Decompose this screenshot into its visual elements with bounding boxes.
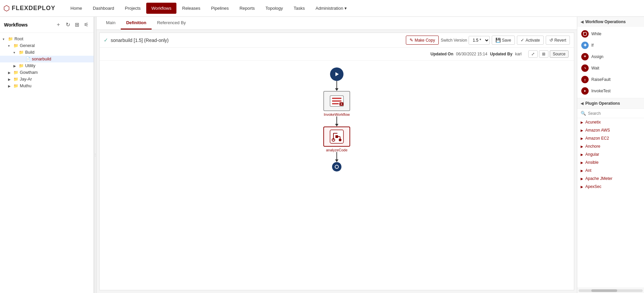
op-item-wait[interactable]: Wait: [577, 62, 644, 74]
tree-label-utility: Utility: [25, 63, 36, 68]
arrow-3: [335, 152, 338, 162]
plugin-name-ant: Ant: [585, 168, 591, 173]
arrow-1: [335, 81, 338, 91]
content-area: Main Definition Referenced By ✓ sonarbui…: [97, 17, 577, 293]
op-item-assign[interactable]: Assign: [577, 51, 644, 62]
tree-item-build[interactable]: ▾ 📁 Build: [0, 49, 94, 56]
main-layout: Workflows ＋ ↻ ⊞ ⚟ ▾ 📁 Root ▾ 📁 General ▾…: [0, 17, 644, 293]
workflow-title-area: ✓ sonarbuild [1.5] (Read-only): [104, 37, 403, 43]
op-invoke-test-label: InvokeTest: [591, 89, 610, 93]
nav-item-home[interactable]: Home: [65, 3, 87, 14]
plugin-item-apache-jmeter[interactable]: ▶ Apache JMeter: [577, 175, 644, 183]
refresh-button[interactable]: ↻: [65, 20, 71, 29]
tree-item-sonarbuild[interactable]: 📄 sonarbuild: [0, 56, 94, 62]
collapse-icon: ◀: [581, 20, 583, 24]
chevron-down-icon: ▾: [344, 6, 347, 11]
op-item-if[interactable]: ✦ If: [577, 40, 644, 51]
svg-point-24: [585, 81, 585, 81]
plugin-item-apexsec[interactable]: ▶ ApexSec: [577, 183, 644, 191]
op-raise-fault-label: RaiseFault: [591, 77, 610, 82]
plugin-item-anchore[interactable]: ▶ Anchore: [577, 142, 644, 150]
plugin-arrow-icon: ▶: [581, 153, 583, 156]
activate-icon: ✓: [521, 38, 524, 43]
tab-bar: Main Definition Referenced By: [97, 17, 577, 30]
updated-by-value: karl: [515, 52, 522, 56]
right-panel-scrollbar[interactable]: [577, 288, 644, 293]
logo-text: FLEXDEPLOY: [12, 5, 55, 12]
tree-item-general[interactable]: ▾ 📁 General: [0, 42, 94, 49]
nav-item-topology[interactable]: Topology: [261, 3, 288, 14]
workflow-operations-title: Workflow Operations: [585, 19, 626, 24]
tree-item-jay-ar[interactable]: ▶ 📁 Jay-Ar: [0, 76, 94, 83]
plugin-name-amazon-ec2: Amazon EC2: [585, 136, 609, 141]
nav-item-dashboard[interactable]: Dashboard: [88, 3, 119, 14]
invoke-workflow-node[interactable]: InvokeWorkflow: [323, 91, 350, 116]
plugin-operations-title: Plugin Operations: [585, 101, 620, 106]
folder-icon: 📁: [13, 77, 18, 82]
add-workflow-button[interactable]: ＋: [55, 20, 62, 29]
tree-label-build: Build: [25, 50, 35, 55]
tab-referenced-by[interactable]: Referenced By: [152, 17, 191, 30]
save-icon: 💾: [495, 38, 501, 43]
op-assign-label: Assign: [591, 54, 603, 59]
op-item-invoke-test[interactable]: InvokeTest: [577, 85, 644, 97]
nav-item-releases[interactable]: Releases: [177, 3, 205, 14]
save-button[interactable]: 💾 Save: [492, 36, 515, 45]
grid-view-button[interactable]: ⊞: [74, 20, 80, 29]
workflow-title: sonarbuild [1.5] (Read-only): [111, 38, 169, 43]
analyze-code-label: analyzeCode: [326, 148, 347, 152]
activate-button[interactable]: ✓ Activate: [517, 36, 544, 45]
plugin-item-ant[interactable]: ▶ Ant: [577, 166, 644, 175]
tree-item-root[interactable]: ▾ 📁 Root: [0, 36, 94, 42]
plugin-search-input[interactable]: [588, 111, 641, 116]
top-navigation: ⬡ FLEXDEPLOY Home Dashboard Projects Wor…: [0, 0, 644, 17]
raise-fault-icon: [581, 76, 589, 83]
updated-on-value: 06/30/2022 15:14: [456, 52, 487, 56]
nav-item-tasks[interactable]: Tasks: [289, 3, 310, 14]
filter-button[interactable]: ⚟: [83, 20, 90, 29]
tree-toggle-gowtham: ▶: [8, 71, 13, 75]
start-node[interactable]: [330, 67, 343, 81]
tree-item-utility[interactable]: ▶ 📁 Utility: [0, 62, 94, 69]
plugin-item-acunetix[interactable]: ▶ Acunetix: [577, 118, 644, 126]
version-dropdown[interactable]: 1.5 *: [469, 36, 490, 45]
tab-definition[interactable]: Definition: [121, 17, 152, 30]
make-copy-button[interactable]: ✎ Make Copy: [406, 36, 439, 45]
plugin-name-angular: Angular: [585, 152, 599, 157]
nav-item-pipelines[interactable]: Pipelines: [206, 3, 234, 14]
nav-item-workflows[interactable]: Workflows: [146, 3, 176, 14]
plugin-item-ansible[interactable]: ▶ Ansible: [577, 158, 644, 166]
plugin-item-amazon-aws[interactable]: ▶ Amazon AWS: [577, 126, 644, 134]
plugin-operations-header: ◀ Plugin Operations: [577, 98, 644, 109]
source-button[interactable]: Source: [550, 50, 569, 58]
svg-rect-14: [335, 135, 338, 138]
analyze-code-node[interactable]: analyzeCode: [323, 127, 350, 152]
tree-item-gowtham[interactable]: ▶ 📁 Gowtham: [0, 69, 94, 76]
tree-item-muthu[interactable]: ▶ 📁 Muthu: [0, 83, 94, 89]
if-icon: ✦: [581, 42, 589, 49]
nav-item-reports[interactable]: Reports: [234, 3, 260, 14]
tree-toggle-build: ▾: [13, 51, 19, 54]
nav-item-projects[interactable]: Projects: [120, 3, 146, 14]
scrollbar-track: [579, 289, 643, 292]
end-node[interactable]: [332, 162, 341, 172]
op-item-while[interactable]: While: [577, 28, 644, 40]
workflow-diagram: InvokeWorkflow: [100, 61, 574, 290]
tree-label-sonarbuild: sonarbuild: [32, 57, 51, 61]
invoke-workflow-box: [323, 91, 350, 111]
canvas-tool-button-2[interactable]: ⊞: [539, 50, 548, 58]
canvas-tool-button-1[interactable]: ⤢: [528, 50, 538, 58]
folder-icon: 📁: [19, 63, 24, 68]
revert-button[interactable]: ↺ Revert: [546, 36, 570, 45]
op-item-raise-fault[interactable]: RaiseFault: [577, 74, 644, 85]
resize-handle[interactable]: ⋮: [94, 17, 97, 293]
nav-item-administration[interactable]: Administration ▾: [311, 3, 352, 14]
collapse-plugin-icon: ◀: [581, 101, 583, 106]
plugin-item-amazon-ec2[interactable]: ▶ Amazon EC2: [577, 134, 644, 142]
svg-rect-3: [332, 100, 341, 102]
plugin-arrow-icon: ▶: [581, 177, 583, 181]
tree-label-general: General: [20, 43, 35, 48]
updated-on-label: Updated On: [431, 52, 453, 56]
plugin-item-angular[interactable]: ▶ Angular: [577, 150, 644, 158]
tab-main[interactable]: Main: [101, 17, 121, 30]
